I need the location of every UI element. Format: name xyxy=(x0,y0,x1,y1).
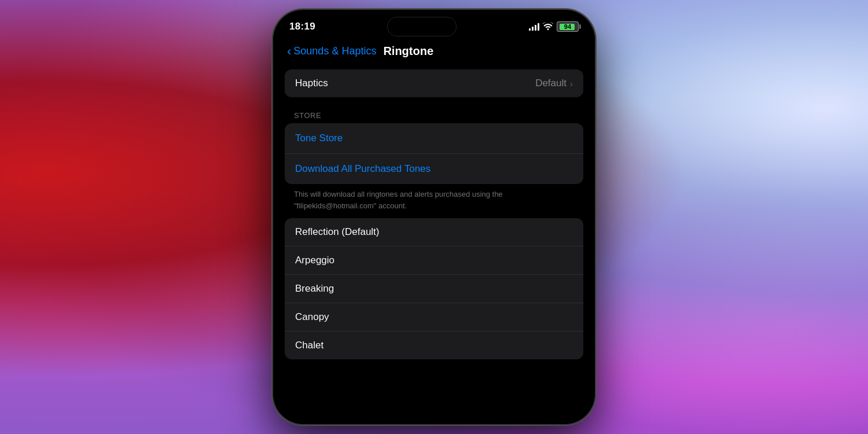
tone-store-row[interactable]: Tone Store xyxy=(285,123,583,154)
list-item[interactable]: Canopy xyxy=(285,303,583,332)
list-item[interactable]: Breaking xyxy=(285,275,583,303)
haptics-group: Haptics Default › xyxy=(285,69,583,97)
dynamic-island xyxy=(387,17,457,36)
wifi-icon xyxy=(543,22,553,32)
haptics-row[interactable]: Haptics Default › xyxy=(285,69,583,97)
page-title: Ringtone xyxy=(383,45,433,58)
store-section: STORE Tone Store Download All Purchased … xyxy=(273,106,595,218)
list-item[interactable]: Reflection (Default) xyxy=(285,218,583,247)
store-description: This will download all ringtones and ale… xyxy=(273,184,595,218)
ringtone-name: Breaking xyxy=(295,283,334,294)
store-section-header: STORE xyxy=(273,106,595,123)
download-tones-label: Download All Purchased Tones xyxy=(295,163,431,174)
phone-screen: 18:19 94 xyxy=(273,10,595,424)
back-chevron-icon: ‹ xyxy=(287,45,291,58)
list-item[interactable]: Arpeggio xyxy=(285,247,583,275)
list-item[interactable]: Chalet xyxy=(285,332,583,359)
status-bar: 18:19 94 xyxy=(273,10,595,40)
status-time: 18:19 xyxy=(289,21,315,32)
haptics-value-text: Default xyxy=(535,78,567,89)
ringtone-name: Reflection (Default) xyxy=(295,226,380,237)
phone-container: 18:19 94 xyxy=(272,9,596,425)
signal-bar-1 xyxy=(529,28,531,31)
status-icons: 94 xyxy=(529,21,579,32)
battery-tip xyxy=(579,24,581,29)
haptics-value: Default › xyxy=(535,78,573,89)
ringtone-list: Reflection (Default) Arpeggio Breaking C… xyxy=(285,218,583,359)
haptics-chevron-icon: › xyxy=(570,79,573,89)
signal-icon xyxy=(529,23,539,31)
battery-icon: 94 xyxy=(557,21,579,32)
download-tones-row[interactable]: Download All Purchased Tones xyxy=(285,154,583,184)
tone-store-label: Tone Store xyxy=(295,133,343,144)
signal-bar-3 xyxy=(535,25,536,31)
ringtone-name: Arpeggio xyxy=(295,255,334,266)
battery-percent: 94 xyxy=(564,23,571,30)
signal-bar-2 xyxy=(532,27,534,31)
ringtone-name: Chalet xyxy=(295,340,323,351)
haptics-label: Haptics xyxy=(295,78,328,89)
signal-bar-4 xyxy=(538,23,539,31)
haptics-section: Haptics Default › xyxy=(273,69,595,97)
back-label: Sounds & Haptics xyxy=(293,45,376,57)
nav-bar: ‹ Sounds & Haptics Ringtone xyxy=(273,40,595,65)
back-button[interactable]: ‹ Sounds & Haptics xyxy=(287,45,376,58)
content: Haptics Default › STORE Tone Store xyxy=(273,65,595,364)
power-button[interactable] xyxy=(595,126,596,178)
store-group: Tone Store Download All Purchased Tones xyxy=(285,123,583,184)
phone-frame: 18:19 94 xyxy=(272,9,596,425)
ringtone-name: Canopy xyxy=(295,311,329,322)
